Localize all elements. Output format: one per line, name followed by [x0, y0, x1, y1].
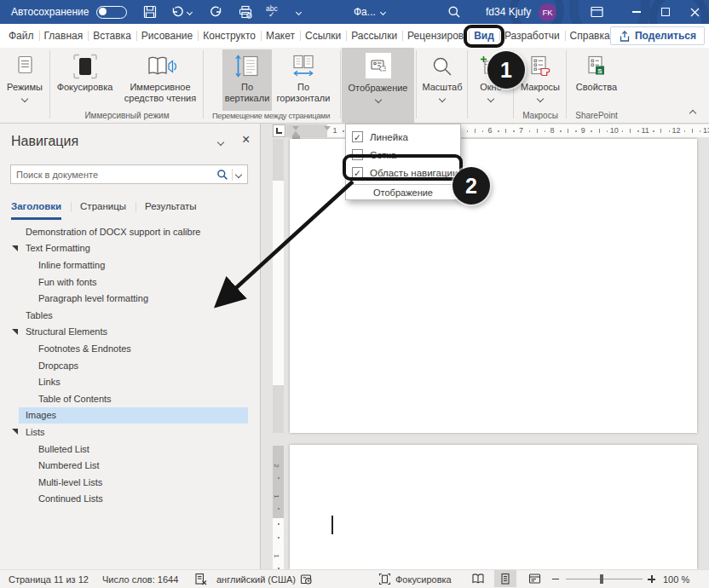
- undo-button[interactable]: [170, 0, 192, 24]
- tab-Вставка[interactable]: Вставка: [88, 24, 136, 48]
- search-icon[interactable]: [216, 169, 228, 181]
- vruler-dot: [278, 523, 280, 525]
- word-count[interactable]: Число слов: 1644: [102, 570, 178, 588]
- pane-options-chevron-icon[interactable]: [217, 139, 224, 146]
- share-button[interactable]: Поделиться: [610, 26, 705, 45]
- spelling-button[interactable]: abc✓: [266, 0, 278, 24]
- web-layout-button[interactable]: [523, 570, 545, 587]
- nav-heading-label: Paragraph level formatting: [38, 293, 148, 303]
- window-layout-icon: [590, 5, 604, 19]
- left-indent-marker-icon[interactable]: [292, 135, 300, 139]
- read-mode-button[interactable]: [467, 570, 489, 587]
- immersive-reader-button[interactable]: Иммерсивное средство чтения: [118, 49, 203, 111]
- nav-heading[interactable]: Table of Contents: [0, 390, 260, 407]
- side-to-side-button[interactable]: По горизонтали: [273, 49, 334, 111]
- menu-item-Линейка[interactable]: ✓Линейка: [346, 128, 460, 146]
- close-button[interactable]: [680, 0, 709, 24]
- properties-button[interactable]: S Свойства: [568, 49, 625, 111]
- print-preview-button[interactable]: [239, 0, 253, 24]
- nav-heading[interactable]: Images: [19, 407, 248, 424]
- vertical-scroll-button[interactable]: По вертикали: [222, 49, 272, 111]
- save-button[interactable]: [143, 0, 157, 24]
- minimize-button[interactable]: [622, 0, 651, 24]
- menu-item-Сетка[interactable]: Сетка: [346, 146, 460, 164]
- nav-heading[interactable]: Paragraph level formatting: [0, 290, 260, 307]
- toggle-pill-icon[interactable]: [96, 6, 127, 19]
- view-menu-footer[interactable]: Отображение: [346, 184, 460, 199]
- tab-Конструкто[interactable]: Конструкто: [198, 24, 261, 48]
- proofing-status[interactable]: [194, 570, 207, 588]
- nav-heading[interactable]: Footnotes & Endnotes: [0, 340, 260, 357]
- tab-Вид[interactable]: Вид: [469, 24, 499, 48]
- tab-Рисование[interactable]: Рисование: [136, 24, 198, 48]
- nav-search-box[interactable]: [10, 164, 248, 184]
- menu-item-Область навигации[interactable]: ✓Область навигации: [346, 164, 460, 182]
- page-indicator[interactable]: Страница 11 из 12: [9, 570, 89, 588]
- nav-heading[interactable]: Inline formatting: [0, 257, 260, 274]
- tab-Файл[interactable]: Файл: [3, 24, 39, 48]
- tab-Макет[interactable]: Макет: [261, 24, 300, 48]
- nav-heading[interactable]: Text Formatting: [0, 240, 260, 257]
- checkbox-unchecked-icon[interactable]: [352, 149, 363, 160]
- maximize-button[interactable]: [651, 0, 680, 24]
- ribbon-display-options-button[interactable]: [590, 0, 604, 24]
- nav-search-input[interactable]: [11, 170, 216, 180]
- nav-heading[interactable]: Numbered List: [0, 457, 260, 474]
- modes-button[interactable]: Режимы: [2, 49, 48, 111]
- zoom-slider-track[interactable]: [566, 579, 643, 580]
- tab-Разработчи[interactable]: Разработчи: [499, 24, 565, 48]
- nav-tab-Страницы[interactable]: Страницы: [80, 197, 126, 220]
- search-button[interactable]: [447, 0, 461, 24]
- nav-heading[interactable]: Lists: [0, 424, 260, 441]
- tab-Справка[interactable]: Справка: [565, 24, 615, 48]
- first-line-indent-marker-icon[interactable]: [324, 126, 331, 130]
- pane-close-icon[interactable]: ×: [242, 132, 250, 147]
- collapse-ribbon-icon[interactable]: [689, 110, 696, 117]
- checkbox-checked-icon[interactable]: ✓: [352, 167, 363, 178]
- zoom-percentage[interactable]: 100 %: [663, 570, 689, 588]
- indent-marker-icon[interactable]: [292, 126, 299, 130]
- tab-Рассылки[interactable]: Рассылки: [346, 24, 402, 48]
- tab-Главная[interactable]: Главная: [39, 24, 89, 48]
- nav-heading[interactable]: Fun with fonts: [0, 274, 260, 291]
- chevron-down-icon[interactable]: [187, 9, 193, 14]
- collapse-triangle-icon[interactable]: [12, 245, 18, 251]
- checkbox-checked-icon[interactable]: ✓: [352, 131, 363, 142]
- zoom-out-button[interactable]: [552, 570, 559, 588]
- collapse-triangle-icon[interactable]: [12, 329, 18, 335]
- ruler-dot: [529, 130, 531, 132]
- nav-heading[interactable]: Demonstration of DOCX support in calibre: [0, 223, 260, 240]
- nav-heading[interactable]: Multi-level Lists: [0, 474, 260, 491]
- macros-button[interactable]: Макросы: [516, 49, 565, 111]
- ruler-number: 13: [703, 126, 709, 135]
- zoom-in-button[interactable]: [648, 570, 655, 588]
- search-options-chevron-icon[interactable]: [235, 170, 242, 177]
- nav-heading[interactable]: Continued Lists: [0, 491, 260, 508]
- document-page-2[interactable]: [290, 445, 697, 569]
- autosave-toggle[interactable]: [96, 0, 127, 24]
- collapse-triangle-icon[interactable]: [12, 429, 18, 435]
- display-dropdown-button[interactable]: Отображение: [342, 48, 414, 124]
- zoom-slider[interactable]: [566, 570, 643, 588]
- user-name[interactable]: fd34 Kjufy: [486, 0, 531, 24]
- nav-heading[interactable]: Tables: [0, 307, 260, 324]
- nav-tab-Заголовки[interactable]: Заголовки: [11, 197, 61, 220]
- nav-heading[interactable]: Structural Elements: [0, 324, 260, 341]
- nav-tab-Результаты[interactable]: Результаты: [145, 197, 197, 220]
- zoom-button[interactable]: Масштаб: [418, 49, 466, 111]
- insights-button[interactable]: [300, 570, 313, 588]
- document-title[interactable]: Фа...: [354, 0, 385, 24]
- tab-Рецензиров[interactable]: Рецензиров: [402, 24, 469, 48]
- redo-button[interactable]: [210, 0, 223, 24]
- print-layout-button[interactable]: [494, 570, 516, 587]
- focus-button[interactable]: Фокусировка: [53, 49, 117, 111]
- zoom-slider-thumb[interactable]: [600, 574, 603, 584]
- nav-heading[interactable]: Dropcaps: [0, 357, 260, 374]
- language-indicator[interactable]: английский (США): [216, 570, 296, 588]
- nav-heading[interactable]: Bulleted List: [0, 441, 260, 458]
- nav-heading[interactable]: Links: [0, 373, 260, 390]
- customize-toolbar-button[interactable]: [297, 0, 301, 24]
- user-avatar[interactable]: FK: [539, 0, 556, 24]
- focus-mode-button[interactable]: Фокусировка: [378, 570, 452, 588]
- tab-Ссылки[interactable]: Ссылки: [300, 24, 346, 48]
